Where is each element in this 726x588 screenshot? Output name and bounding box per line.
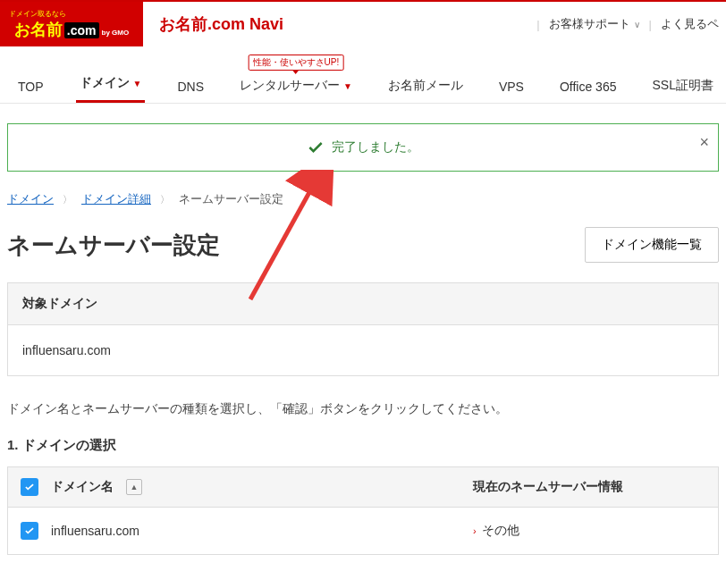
check-icon [23,525,36,537]
chevron-right-icon: 〉 [63,193,72,206]
breadcrumb: ドメイン 〉 ドメイン詳細 〉 ネームサーバー設定 [7,191,719,207]
header: ドメイン取るなら お名前 .com by GMO お名前.com Navi | … [0,2,726,46]
support-label: お客様サポート [549,16,630,32]
logo-tagline: ドメイン取るなら [9,9,66,19]
nav-mail[interactable]: お名前メール [384,69,467,103]
chevron-right-icon: 〉 [160,193,170,206]
success-alert: 完了しました。 × [7,123,719,172]
table-header-row: ドメイン名 ▲ 現在のネームサーバー情報 [8,467,718,508]
page-title: ネームサーバー設定 [7,230,220,261]
col-nameserver: 現在のネームサーバー情報 [473,479,705,495]
support-link[interactable]: お客様サポート ∨ [549,16,640,32]
row-domain: influensaru.com [51,524,139,538]
brand-title: お名前.com Navi [159,13,283,35]
target-domain-panel: 対象ドメイン influensaru.com [7,282,719,376]
main-nav: TOP ドメイン▼ DNS 性能・使いやすさUP! レンタルサーバー▼ お名前メ… [14,46,712,103]
domain-table: ドメイン名 ▲ 現在のネームサーバー情報 influensaru.com › そ… [7,466,719,555]
faq-link[interactable]: よく見るペ [661,16,719,32]
logo-text-dotcom: .com [64,22,99,38]
logo-bygmo: by GMO [102,29,130,37]
check-icon [307,139,325,156]
nav-ssl[interactable]: SSL証明書 [648,69,716,103]
breadcrumb-current: ネームサーバー設定 [179,191,283,207]
chevron-down-icon: ▼ [343,81,352,91]
divider: | [536,18,539,31]
nav-vps[interactable]: VPS [495,71,528,103]
chevron-down-icon: ▼ [133,79,142,88]
instruction-text: ドメイン名とネームサーバーの種類を選択し、「確認」ボタンをクリックしてください。 [7,401,719,417]
chevron-down-icon: ∨ [634,20,640,29]
close-icon[interactable]: × [699,133,709,152]
nav-rental-server[interactable]: 性能・使いやすさUP! レンタルサーバー▼ [236,69,356,103]
divider: | [649,18,652,31]
nameserver-link[interactable]: › その他 [473,523,705,539]
table-row: influensaru.com › その他 [8,508,718,554]
nav-domain[interactable]: ドメイン▼ [76,66,146,103]
breadcrumb-domain[interactable]: ドメイン [7,191,54,207]
breadcrumb-domain-detail[interactable]: ドメイン詳細 [81,191,151,207]
alert-message: 完了しました。 [332,139,419,155]
domain-functions-button[interactable]: ドメイン機能一覧 [585,227,719,263]
logo[interactable]: ドメイン取るなら お名前 .com by GMO [0,2,143,46]
chevron-right-icon: › [473,525,477,536]
check-icon [23,481,36,493]
select-all-checkbox[interactable] [21,478,38,496]
nav-top[interactable]: TOP [14,71,47,103]
step1-title: 1. ドメインの選択 [7,437,719,454]
nameserver-value: その他 [482,523,519,539]
row-checkbox[interactable] [21,522,38,540]
sort-button[interactable]: ▲ [126,479,142,495]
nav-badge: 性能・使いやすさUP! [249,55,344,71]
logo-text-oname: お名前 [14,19,63,40]
panel-domain: influensaru.com [8,325,718,375]
nav-dns[interactable]: DNS [173,71,207,103]
col-domain-name: ドメイン名 [51,479,114,495]
nav-office365[interactable]: Office 365 [556,71,620,103]
panel-header: 対象ドメイン [8,283,718,325]
